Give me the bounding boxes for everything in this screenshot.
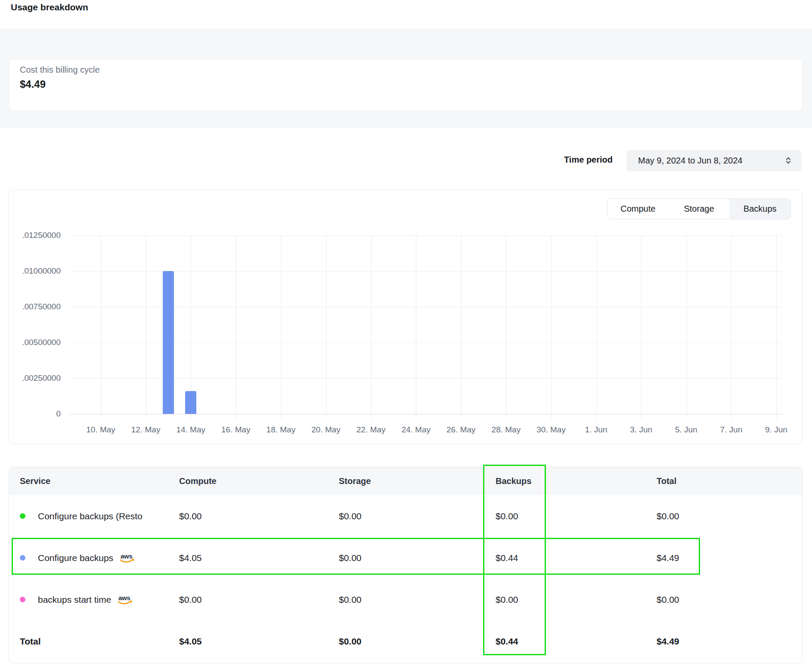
tab-storage[interactable]: Storage: [669, 199, 730, 219]
compute-cell: $0.00: [179, 495, 202, 537]
time-period-value: May 9, 2024 to Jun 8, 2024: [638, 156, 784, 166]
column-header-storage: Storage: [339, 467, 371, 495]
series-color-dot: [20, 513, 25, 519]
metric-tabs: ComputeStorageBackups: [607, 198, 791, 219]
horizontal-gridline: [69, 378, 782, 379]
aws-logo-icon: aws: [119, 552, 135, 566]
series-color-dot: [20, 597, 25, 602]
vertical-gridline: [416, 235, 416, 419]
compute-cell: $4.05: [179, 620, 202, 663]
x-axis-tick-label: 20. May: [305, 425, 347, 435]
total-cell: $4.49: [657, 620, 679, 663]
svg-text:aws: aws: [118, 594, 130, 601]
vertical-gridline: [686, 235, 687, 419]
vertical-gridline: [371, 235, 372, 419]
vertical-gridline: [101, 235, 101, 419]
storage-cell: $0.00: [339, 579, 362, 620]
service-name: backups start time: [38, 595, 111, 605]
table-total-row: Total$4.05$0.00$0.44$4.49: [9, 620, 802, 663]
series-color-dot: [20, 555, 25, 561]
backups-value: $0.44: [496, 553, 518, 563]
x-axis-tick-label: 24. May: [395, 425, 437, 435]
x-axis-tick-label: 18. May: [260, 425, 301, 435]
compute-value: $4.05: [179, 553, 202, 563]
cost-card-value: $4.49: [20, 78, 46, 90]
cost-card: Cost this billing cycle $4.49: [9, 59, 803, 111]
backups-value: $0.00: [496, 595, 518, 605]
tab-backups[interactable]: Backups: [729, 199, 790, 219]
vertical-gridline: [236, 235, 236, 419]
backups-value: $0.44: [496, 636, 518, 647]
x-axis-tick-label: 14. May: [170, 425, 211, 435]
usage-breakdown-page: Usage breakdown Cost this billing cycle …: [0, 0, 812, 666]
total-cell: $4.49: [657, 537, 679, 579]
x-axis-tick-label: 5. Jun: [666, 425, 707, 435]
chart-bar-14-may[interactable]: [185, 391, 196, 414]
vertical-gridline: [326, 235, 326, 419]
vertical-gridline: [776, 235, 777, 419]
unfold-chevron-icon: [784, 156, 793, 165]
total-row-label: Total: [20, 636, 41, 647]
x-axis-tick-label: 3. Jun: [620, 425, 662, 435]
tab-compute[interactable]: Compute: [607, 199, 669, 219]
y-axis-tick-label: .01250000: [9, 231, 61, 240]
vertical-gridline: [551, 235, 552, 419]
service-cell: backups start timeaws: [20, 579, 133, 620]
backups-cell: $0.44: [496, 620, 518, 663]
x-axis-tick-label: 9. Jun: [756, 425, 797, 435]
column-header-compute: Compute: [179, 467, 217, 495]
x-axis-tick-label: 1. Jun: [576, 425, 617, 435]
storage-value: $0.00: [339, 636, 362, 647]
y-axis-tick-label: .00500000: [9, 338, 61, 347]
storage-value: $0.00: [339, 511, 362, 521]
time-period-label: Time period: [564, 155, 613, 165]
x-axis-tick-label: 22. May: [350, 425, 392, 435]
column-header-backups: Backups: [496, 467, 531, 495]
time-period-select[interactable]: May 9, 2024 to Jun 8, 2024: [626, 150, 802, 171]
cost-card-label: Cost this billing cycle: [20, 65, 100, 75]
y-axis-tick-label: 0: [9, 409, 61, 419]
total-label-cell: Total: [20, 620, 41, 663]
vertical-gridline: [281, 235, 281, 419]
compute-cell: $4.05: [179, 537, 202, 579]
total-cell: $0.00: [657, 579, 679, 620]
total-value: $4.49: [657, 553, 679, 563]
x-axis-tick-label: 28. May: [485, 425, 527, 435]
y-axis-tick-label: .00250000: [9, 373, 61, 383]
svg-text:aws: aws: [121, 552, 132, 560]
total-value: $0.00: [657, 511, 679, 521]
table-row: Configure backups (Resto$0.00$0.00$0.00$…: [9, 495, 802, 537]
service-cell: Configure backups (Resto: [20, 495, 143, 537]
total-value: $4.49: [657, 636, 679, 647]
vertical-gridline: [506, 235, 506, 419]
horizontal-gridline: [69, 342, 782, 343]
x-axis-tick-label: 30. May: [530, 425, 572, 435]
storage-cell: $0.00: [339, 537, 362, 579]
service-name: Configure backups (Resto: [38, 511, 143, 521]
compute-value: $4.05: [179, 636, 202, 647]
y-axis-tick-label: .00750000: [9, 302, 61, 311]
storage-value: $0.00: [339, 595, 362, 605]
storage-cell: $0.00: [339, 620, 362, 663]
vertical-gridline: [731, 235, 731, 419]
usage-table: ServiceComputeStorageBackupsTotalConfigu…: [9, 467, 803, 663]
vertical-gridline: [461, 235, 462, 419]
compute-cell: $0.00: [179, 579, 202, 620]
x-axis-tick-label: 16. May: [215, 425, 257, 435]
table-header-row: ServiceComputeStorageBackupsTotal: [9, 467, 802, 495]
backups-cell: $0.00: [496, 579, 518, 620]
y-axis-tick-label: .01000000: [9, 266, 61, 276]
x-axis-tick-label: 10. May: [80, 425, 121, 435]
usage-chart-panel: ComputeStorageBackups .01250000.01000000…: [9, 190, 803, 444]
total-value: $0.00: [657, 595, 679, 605]
x-axis-tick-label: 12. May: [125, 425, 167, 435]
backups-cell: $0.00: [496, 495, 518, 537]
horizontal-gridline: [69, 235, 782, 236]
horizontal-gridline: [69, 307, 782, 307]
storage-value: $0.00: [339, 553, 362, 563]
vertical-gridline: [641, 235, 642, 419]
compute-value: $0.00: [179, 511, 202, 521]
column-header-total: Total: [657, 467, 676, 495]
aws-logo-icon: aws: [117, 594, 133, 607]
chart-bar-13-may[interactable]: [163, 271, 174, 414]
